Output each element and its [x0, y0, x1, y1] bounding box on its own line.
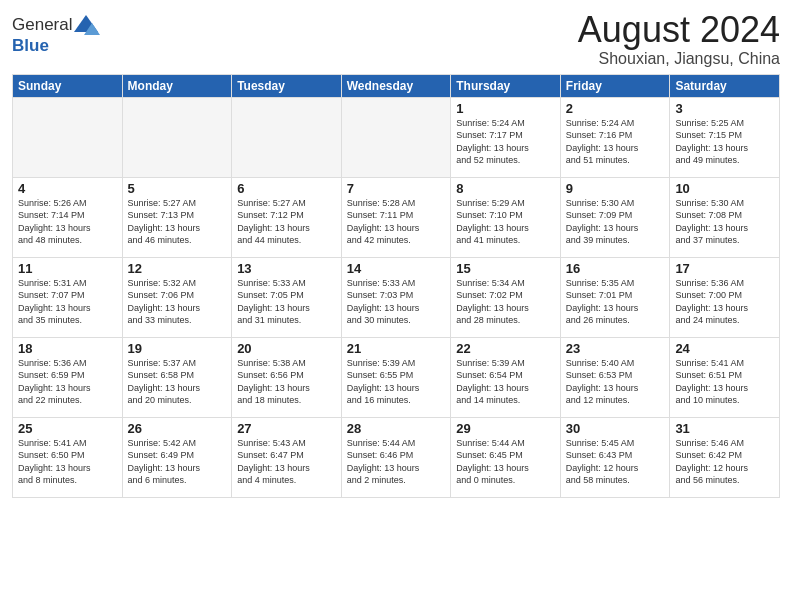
weekday-header-monday: Monday: [122, 74, 232, 97]
day-number: 30: [566, 421, 665, 436]
day-number: 4: [18, 181, 117, 196]
day-number: 21: [347, 341, 446, 356]
weekday-header-friday: Friday: [560, 74, 670, 97]
calendar-cell: 27Sunrise: 5:43 AM Sunset: 6:47 PM Dayli…: [232, 417, 342, 497]
day-info: Sunrise: 5:33 AM Sunset: 7:03 PM Dayligh…: [347, 278, 420, 326]
day-info: Sunrise: 5:46 AM Sunset: 6:42 PM Dayligh…: [675, 438, 748, 486]
calendar-cell: [341, 97, 451, 177]
calendar-cell: 22Sunrise: 5:39 AM Sunset: 6:54 PM Dayli…: [451, 337, 561, 417]
weekday-header-row: SundayMondayTuesdayWednesdayThursdayFrid…: [13, 74, 780, 97]
calendar-cell: 8Sunrise: 5:29 AM Sunset: 7:10 PM Daylig…: [451, 177, 561, 257]
calendar-cell: 17Sunrise: 5:36 AM Sunset: 7:00 PM Dayli…: [670, 257, 780, 337]
day-number: 7: [347, 181, 446, 196]
calendar-cell: 23Sunrise: 5:40 AM Sunset: 6:53 PM Dayli…: [560, 337, 670, 417]
calendar-cell: 9Sunrise: 5:30 AM Sunset: 7:09 PM Daylig…: [560, 177, 670, 257]
day-info: Sunrise: 5:36 AM Sunset: 6:59 PM Dayligh…: [18, 358, 91, 406]
day-number: 16: [566, 261, 665, 276]
calendar-cell: 5Sunrise: 5:27 AM Sunset: 7:13 PM Daylig…: [122, 177, 232, 257]
location: Shouxian, Jiangsu, China: [578, 50, 780, 68]
day-info: Sunrise: 5:30 AM Sunset: 7:08 PM Dayligh…: [675, 198, 748, 246]
calendar-table: SundayMondayTuesdayWednesdayThursdayFrid…: [12, 74, 780, 498]
calendar-cell: 1Sunrise: 5:24 AM Sunset: 7:17 PM Daylig…: [451, 97, 561, 177]
day-number: 31: [675, 421, 774, 436]
day-info: Sunrise: 5:43 AM Sunset: 6:47 PM Dayligh…: [237, 438, 310, 486]
calendar-cell: 25Sunrise: 5:41 AM Sunset: 6:50 PM Dayli…: [13, 417, 123, 497]
title-block: August 2024 Shouxian, Jiangsu, China: [578, 10, 780, 68]
calendar-cell: 19Sunrise: 5:37 AM Sunset: 6:58 PM Dayli…: [122, 337, 232, 417]
day-number: 26: [128, 421, 227, 436]
day-info: Sunrise: 5:44 AM Sunset: 6:45 PM Dayligh…: [456, 438, 529, 486]
day-info: Sunrise: 5:41 AM Sunset: 6:50 PM Dayligh…: [18, 438, 91, 486]
calendar-cell: 15Sunrise: 5:34 AM Sunset: 7:02 PM Dayli…: [451, 257, 561, 337]
day-number: 3: [675, 101, 774, 116]
calendar-cell: 7Sunrise: 5:28 AM Sunset: 7:11 PM Daylig…: [341, 177, 451, 257]
logo-general-text: General: [12, 15, 72, 35]
calendar-cell: 31Sunrise: 5:46 AM Sunset: 6:42 PM Dayli…: [670, 417, 780, 497]
calendar-week-5: 25Sunrise: 5:41 AM Sunset: 6:50 PM Dayli…: [13, 417, 780, 497]
calendar-week-2: 4Sunrise: 5:26 AM Sunset: 7:14 PM Daylig…: [13, 177, 780, 257]
calendar-cell: 4Sunrise: 5:26 AM Sunset: 7:14 PM Daylig…: [13, 177, 123, 257]
weekday-header-saturday: Saturday: [670, 74, 780, 97]
calendar-cell: 28Sunrise: 5:44 AM Sunset: 6:46 PM Dayli…: [341, 417, 451, 497]
calendar-week-3: 11Sunrise: 5:31 AM Sunset: 7:07 PM Dayli…: [13, 257, 780, 337]
day-number: 27: [237, 421, 336, 436]
day-info: Sunrise: 5:28 AM Sunset: 7:11 PM Dayligh…: [347, 198, 420, 246]
calendar-cell: 29Sunrise: 5:44 AM Sunset: 6:45 PM Dayli…: [451, 417, 561, 497]
day-number: 12: [128, 261, 227, 276]
calendar-week-1: 1Sunrise: 5:24 AM Sunset: 7:17 PM Daylig…: [13, 97, 780, 177]
page-container: GeneralBlue August 2024 Shouxian, Jiangs…: [0, 0, 792, 504]
day-info: Sunrise: 5:37 AM Sunset: 6:58 PM Dayligh…: [128, 358, 201, 406]
day-number: 19: [128, 341, 227, 356]
day-number: 10: [675, 181, 774, 196]
calendar-cell: 2Sunrise: 5:24 AM Sunset: 7:16 PM Daylig…: [560, 97, 670, 177]
calendar-cell: 6Sunrise: 5:27 AM Sunset: 7:12 PM Daylig…: [232, 177, 342, 257]
day-number: 25: [18, 421, 117, 436]
day-number: 9: [566, 181, 665, 196]
calendar-cell: 26Sunrise: 5:42 AM Sunset: 6:49 PM Dayli…: [122, 417, 232, 497]
calendar-cell: [13, 97, 123, 177]
calendar-cell: 14Sunrise: 5:33 AM Sunset: 7:03 PM Dayli…: [341, 257, 451, 337]
day-number: 2: [566, 101, 665, 116]
calendar-cell: [232, 97, 342, 177]
calendar-cell: 20Sunrise: 5:38 AM Sunset: 6:56 PM Dayli…: [232, 337, 342, 417]
day-info: Sunrise: 5:38 AM Sunset: 6:56 PM Dayligh…: [237, 358, 310, 406]
calendar-cell: 24Sunrise: 5:41 AM Sunset: 6:51 PM Dayli…: [670, 337, 780, 417]
weekday-header-thursday: Thursday: [451, 74, 561, 97]
calendar-cell: 21Sunrise: 5:39 AM Sunset: 6:55 PM Dayli…: [341, 337, 451, 417]
day-info: Sunrise: 5:39 AM Sunset: 6:55 PM Dayligh…: [347, 358, 420, 406]
day-number: 11: [18, 261, 117, 276]
calendar-cell: 18Sunrise: 5:36 AM Sunset: 6:59 PM Dayli…: [13, 337, 123, 417]
day-number: 5: [128, 181, 227, 196]
day-info: Sunrise: 5:41 AM Sunset: 6:51 PM Dayligh…: [675, 358, 748, 406]
calendar-cell: 12Sunrise: 5:32 AM Sunset: 7:06 PM Dayli…: [122, 257, 232, 337]
header: GeneralBlue August 2024 Shouxian, Jiangs…: [12, 10, 780, 68]
day-info: Sunrise: 5:42 AM Sunset: 6:49 PM Dayligh…: [128, 438, 201, 486]
day-info: Sunrise: 5:36 AM Sunset: 7:00 PM Dayligh…: [675, 278, 748, 326]
calendar-cell: 11Sunrise: 5:31 AM Sunset: 7:07 PM Dayli…: [13, 257, 123, 337]
day-info: Sunrise: 5:32 AM Sunset: 7:06 PM Dayligh…: [128, 278, 201, 326]
day-info: Sunrise: 5:45 AM Sunset: 6:43 PM Dayligh…: [566, 438, 639, 486]
calendar-cell: 30Sunrise: 5:45 AM Sunset: 6:43 PM Dayli…: [560, 417, 670, 497]
logo-icon: [72, 14, 100, 36]
day-info: Sunrise: 5:26 AM Sunset: 7:14 PM Dayligh…: [18, 198, 91, 246]
day-number: 17: [675, 261, 774, 276]
day-number: 28: [347, 421, 446, 436]
day-info: Sunrise: 5:39 AM Sunset: 6:54 PM Dayligh…: [456, 358, 529, 406]
calendar-cell: [122, 97, 232, 177]
day-number: 20: [237, 341, 336, 356]
day-number: 22: [456, 341, 555, 356]
day-number: 23: [566, 341, 665, 356]
calendar-week-4: 18Sunrise: 5:36 AM Sunset: 6:59 PM Dayli…: [13, 337, 780, 417]
day-number: 13: [237, 261, 336, 276]
logo: GeneralBlue: [12, 14, 100, 56]
day-number: 1: [456, 101, 555, 116]
day-info: Sunrise: 5:29 AM Sunset: 7:10 PM Dayligh…: [456, 198, 529, 246]
day-info: Sunrise: 5:27 AM Sunset: 7:13 PM Dayligh…: [128, 198, 201, 246]
logo-blue-text: Blue: [12, 36, 49, 56]
day-info: Sunrise: 5:27 AM Sunset: 7:12 PM Dayligh…: [237, 198, 310, 246]
day-info: Sunrise: 5:35 AM Sunset: 7:01 PM Dayligh…: [566, 278, 639, 326]
month-year: August 2024: [578, 10, 780, 50]
day-number: 15: [456, 261, 555, 276]
calendar-cell: 13Sunrise: 5:33 AM Sunset: 7:05 PM Dayli…: [232, 257, 342, 337]
weekday-header-sunday: Sunday: [13, 74, 123, 97]
